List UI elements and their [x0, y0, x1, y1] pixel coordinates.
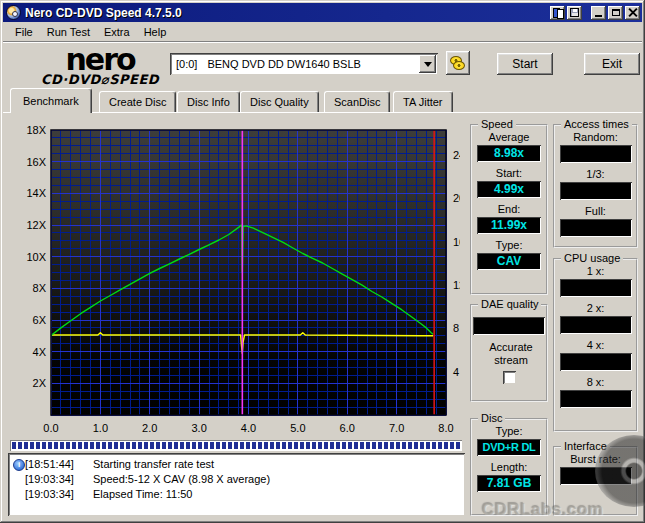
svg-text:6X: 6X [33, 314, 47, 326]
window-title: Nero CD-DVD Speed 4.7.5.0 [25, 6, 182, 20]
cpu-8x-value [560, 390, 632, 408]
log-message: Starting transfer rate test [83, 457, 214, 472]
menubar: File Run Test Extra Help [3, 23, 642, 42]
speed-group-title: Speed [478, 118, 516, 130]
svg-text:24: 24 [453, 149, 460, 161]
progress-bar-fill [12, 442, 460, 449]
chevron-down-icon [424, 62, 432, 67]
svg-text:12: 12 [453, 279, 460, 291]
log-timestamp: [19:03:34] [25, 487, 83, 502]
svg-text:6.0: 6.0 [340, 422, 355, 434]
average-speed-value: 8.98x [477, 145, 541, 162]
tab-benchmark[interactable]: Benchmark [10, 88, 92, 113]
interface-group: Interface Burst rate: [553, 446, 638, 516]
svg-text:14X: 14X [26, 187, 46, 199]
log-line: [19:03:34] Elapsed Time: 11:50 [12, 487, 463, 502]
tab-scandisc[interactable]: ScanDisc [324, 91, 390, 112]
minimize-button[interactable] [591, 6, 606, 20]
drive-id: [0:0] [176, 58, 197, 70]
yellow-discs-icon [450, 56, 466, 70]
speed-type-value: CAV [477, 253, 541, 270]
cpu-1x-value [560, 279, 632, 297]
burst-rate-label: Burst rate: [555, 453, 636, 465]
svg-text:10X: 10X [26, 251, 46, 263]
drive-name: BENQ DVD DD DW1640 BSLB [207, 58, 360, 70]
cpu-1x-label: 1 x: [555, 265, 636, 277]
svg-text:2.0: 2.0 [142, 422, 157, 434]
svg-text:12X: 12X [26, 219, 46, 231]
exit-button[interactable]: Exit [584, 53, 640, 75]
start-speed-value: 4.99x [477, 181, 541, 198]
disc-group: Disc Type: DVD+R DL Length: 7.81 GB [470, 418, 548, 516]
average-label: Average [472, 131, 546, 143]
full-label: Full: [555, 205, 636, 217]
app-window: Nero CD-DVD Speed 4.7.5.0 File Run Test … [0, 0, 645, 523]
drive-select[interactable]: [0:0]BENQ DVD DD DW1640 BSLB [170, 53, 438, 75]
full-access-value [560, 219, 632, 237]
report-button[interactable] [550, 6, 565, 20]
cpu-4x-label: 4 x: [555, 339, 636, 351]
one-third-access-value [560, 182, 632, 200]
progress-bar [10, 440, 462, 451]
access-times-group: Access times Random: 1/3: Full: [553, 124, 638, 248]
svg-text:8.0: 8.0 [438, 422, 453, 434]
svg-text:4.0: 4.0 [241, 422, 256, 434]
menu-help[interactable]: Help [137, 24, 174, 40]
start-button[interactable]: Start [497, 53, 553, 75]
disc-group-title: Disc [478, 412, 505, 424]
svg-text:5.0: 5.0 [290, 422, 305, 434]
tab-disc-quality[interactable]: Disc Quality [240, 91, 319, 112]
cpu-usage-group-title: CPU usage [561, 252, 623, 264]
end-label: End: [472, 203, 546, 215]
cpu-8x-label: 8 x: [555, 376, 636, 388]
start-label: Start: [472, 167, 546, 179]
tab-create-disc[interactable]: Create Disc [99, 91, 176, 112]
one-third-label: 1/3: [555, 168, 636, 180]
svg-text:2X: 2X [33, 377, 47, 389]
save-button[interactable] [567, 6, 582, 20]
disc-type-value: DVD+R DL [477, 439, 541, 456]
tab-ta-jitter[interactable]: TA Jitter [393, 91, 453, 112]
log-info-icon [12, 459, 25, 471]
close-button[interactable] [625, 6, 640, 20]
log-panel[interactable]: [18:51:44] Starting transfer rate test [… [8, 453, 465, 516]
menu-run-test[interactable]: Run Test [40, 24, 97, 40]
svg-text:16: 16 [453, 236, 460, 248]
menu-file[interactable]: File [8, 24, 40, 40]
maximize-button[interactable] [608, 6, 623, 20]
svg-text:8: 8 [453, 322, 459, 334]
speed-group: Speed Average 8.98x Start: 4.99x End: 11… [470, 124, 548, 295]
log-timestamp: [18:51:44] [25, 457, 83, 472]
close-icon [628, 8, 637, 17]
accurate-stream-checkbox[interactable] [503, 371, 516, 384]
dae-quality-value [473, 317, 545, 335]
random-access-value [560, 145, 632, 163]
svg-text:20: 20 [453, 192, 460, 204]
disc-type-label: Type: [472, 425, 546, 437]
titlebar[interactable]: Nero CD-DVD Speed 4.7.5.0 [3, 3, 642, 22]
transfer-rate-plot: 2X4X6X8X10X12X14X16X18X48121620240.01.02… [8, 114, 460, 436]
report-icon [553, 8, 562, 17]
log-message: Speed:5-12 X CAV (8.98 X average) [83, 472, 270, 487]
accurate-stream-label: Accurate stream [481, 341, 541, 367]
menu-extra[interactable]: Extra [97, 24, 137, 40]
disc-length-label: Length: [472, 461, 546, 473]
drive-select-arrow-button[interactable] [419, 55, 436, 73]
svg-text:4: 4 [453, 366, 459, 378]
log-message: Elapsed Time: 11:50 [83, 487, 192, 502]
log-line: [19:03:34] Speed:5-12 X CAV (8.98 X aver… [12, 472, 463, 487]
dae-quality-group-title: DAE quality [478, 298, 541, 310]
svg-text:4X: 4X [33, 346, 47, 358]
svg-text:3.0: 3.0 [191, 422, 206, 434]
type-label: Type: [472, 239, 546, 251]
log-line: [18:51:44] Starting transfer rate test [12, 457, 463, 472]
eject-discs-button[interactable] [446, 51, 470, 75]
save-icon [570, 8, 579, 17]
svg-text:18X: 18X [26, 124, 46, 136]
app-icon [6, 5, 21, 20]
cddvdspeed-logo-text: CD·DVD⌀SPEED [30, 73, 170, 86]
maximize-icon [612, 9, 620, 16]
tab-strip: Benchmark Create Disc Disc Info Disc Qua… [0, 88, 645, 113]
tab-disc-info[interactable]: Disc Info [177, 91, 240, 112]
end-speed-value: 11.99x [477, 217, 541, 234]
